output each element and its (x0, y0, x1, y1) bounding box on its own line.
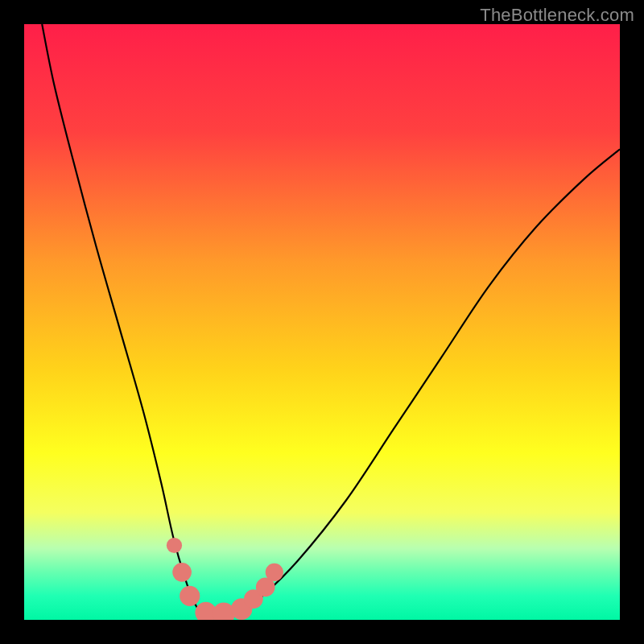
chart-frame: TheBottleneck.com (0, 0, 644, 644)
marker-dot (266, 564, 283, 581)
bottleneck-curve (42, 24, 620, 617)
plot-area (24, 24, 620, 620)
data-markers (167, 538, 283, 620)
marker-dot (180, 586, 200, 606)
marker-dot (172, 563, 192, 582)
watermark-text: TheBottleneck.com (480, 5, 634, 26)
curve-layer (24, 24, 620, 620)
marker-dot (167, 538, 182, 553)
